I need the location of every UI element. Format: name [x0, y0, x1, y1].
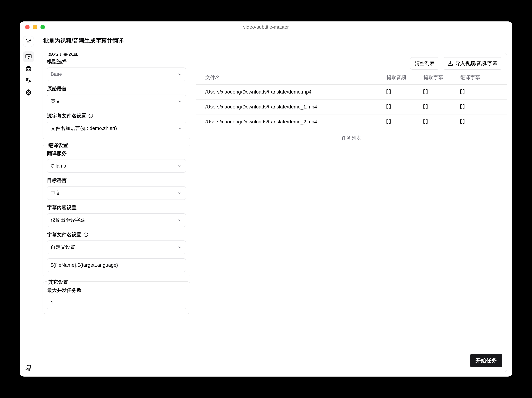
source-filename-label: 源字幕文件名设置 [47, 112, 186, 119]
select-value: 仅输出翻译字幕 [51, 217, 85, 224]
close-window-button[interactable] [25, 25, 30, 29]
pause-icon [386, 119, 392, 124]
translate-icon [25, 77, 32, 84]
nav-github-link[interactable] [23, 363, 34, 373]
cell-filename: /Users/xiaodong/Downloads/translate/demo… [205, 119, 386, 125]
pause-icon [424, 89, 429, 94]
concurrency-label: 最大并发任务数 [47, 287, 186, 294]
source-filename-select[interactable]: 文件名加语言(如: demo.zh.srt) [47, 122, 186, 135]
clear-list-button[interactable]: 清空列表 [410, 57, 439, 70]
svg-point-3 [29, 69, 30, 69]
translate-service-label: 翻译服务 [47, 150, 186, 157]
gear-icon [25, 89, 32, 96]
cell-filename: /Users/xiaodong/Downloads/translate/demo… [205, 104, 386, 110]
window-title: video-subtitle-master [243, 24, 289, 30]
panel-source-settings: 源始字幕设置 模型选择 Base 原始语言 英文 [43, 53, 190, 139]
task-list-label: 任务列表 [196, 129, 507, 147]
subtitle-filename-select[interactable]: 自定义设置 [47, 241, 186, 254]
source-lang-select[interactable]: 英文 [47, 95, 186, 108]
file-list-footer: 开始任务 [196, 349, 507, 372]
table-row: /Users/xiaodong/Downloads/translate/demo… [196, 100, 507, 114]
cell-extract-subtitle-status [424, 89, 460, 95]
table-header: 文件名 提取音频 提取字幕 翻译字幕 [196, 72, 507, 85]
main-header: 批量为视频/音频生成字幕并翻译 [37, 33, 512, 48]
file-list-actions: 清空列表 导入视频/音频/字幕 [196, 53, 507, 72]
chevron-down-icon [177, 126, 182, 131]
pause-icon [460, 104, 466, 109]
pause-icon [460, 89, 466, 94]
github-icon [25, 365, 32, 372]
svg-rect-1 [26, 68, 31, 71]
page-title: 批量为视频/音频生成字幕并翻译 [43, 37, 506, 45]
select-value: Base [51, 71, 62, 77]
cell-extract-audio-status [386, 89, 424, 95]
app-logo[interactable] [23, 36, 34, 47]
import-files-button[interactable]: 导入视频/音频/字幕 [443, 57, 502, 70]
pause-icon [460, 119, 466, 124]
col-filename: 文件名 [205, 74, 386, 81]
table-body: /Users/xiaodong/Downloads/translate/demo… [196, 85, 507, 129]
cell-translate-subtitle-status [460, 119, 497, 125]
model-select[interactable]: Base [47, 68, 186, 81]
col-extract-audio: 提取音频 [386, 74, 424, 81]
chevron-down-icon [177, 163, 182, 168]
source-lang-label: 原始语言 [47, 85, 186, 92]
info-icon[interactable] [83, 232, 89, 237]
model-label: 模型选择 [47, 58, 186, 65]
target-lang-label: 目标语言 [47, 177, 186, 184]
subtitle-filename-label: 字幕文件名设置 [47, 231, 186, 238]
traffic-lights [20, 25, 45, 29]
concurrency-input[interactable]: 1 [47, 296, 186, 309]
input-value: ${fileName}.${targetLanguage} [51, 262, 118, 268]
panel-other-settings: 其它设置 最大并发任务数 1 [43, 281, 190, 314]
nav-bot-page[interactable] [23, 63, 34, 74]
app-body: 批量为视频/音频生成字幕并翻译 源始字幕设置 模型选择 Base [20, 33, 512, 377]
app-window: video-subtitle-master [20, 21, 512, 377]
svg-point-2 [27, 69, 28, 69]
translate-service-select[interactable]: Ollama [47, 159, 186, 173]
start-task-button[interactable]: 开始任务 [470, 354, 502, 367]
import-icon [448, 61, 453, 66]
minimize-window-button[interactable] [33, 25, 37, 29]
table-row: /Users/xiaodong/Downloads/translate/demo… [196, 114, 507, 129]
subtitle-content-select[interactable]: 仅输出翻译字幕 [47, 213, 186, 227]
col-extract-subtitle: 提取字幕 [424, 74, 460, 81]
cell-extract-audio-status [386, 119, 424, 125]
file-subtitle-icon [25, 38, 32, 45]
monitor-play-icon [25, 53, 32, 60]
nav-settings-page[interactable] [23, 87, 34, 98]
info-icon[interactable] [88, 113, 93, 118]
maximize-window-button[interactable] [40, 25, 45, 29]
file-list-panel: 清空列表 导入视频/音频/字幕 文件名 提取音频 提取字幕 翻译字幕 /Use [196, 53, 507, 372]
chevron-down-icon [177, 191, 182, 195]
subtitle-content-label: 字幕内容设置 [47, 204, 186, 211]
select-value: 中文 [51, 190, 61, 196]
bot-icon [25, 65, 32, 72]
panel-legend: 其它设置 [47, 279, 70, 286]
panel-legend: 源始字幕设置 [47, 53, 80, 57]
input-value: 1 [51, 300, 53, 305]
panel-translate-settings: 翻译设置 翻译服务 Ollama 目标语言 中文 [43, 145, 190, 276]
panel-legend: 翻译设置 [47, 142, 70, 149]
target-lang-select[interactable]: 中文 [47, 186, 186, 200]
select-value: Ollama [51, 163, 66, 169]
chevron-down-icon [177, 245, 182, 250]
settings-column: 源始字幕设置 模型选择 Base 原始语言 英文 [43, 53, 190, 372]
pause-icon [424, 104, 429, 109]
nav-translate-page[interactable] [23, 75, 34, 86]
select-value: 文件名加语言(如: demo.zh.srt) [51, 125, 117, 132]
nav-subtitle-page[interactable] [23, 51, 34, 62]
pause-icon [424, 119, 429, 124]
titlebar: video-subtitle-master [20, 21, 512, 33]
cell-filename: /Users/xiaodong/Downloads/translate/demo… [205, 89, 386, 95]
select-value: 英文 [51, 98, 61, 105]
main-content: 源始字幕设置 模型选择 Base 原始语言 英文 [37, 48, 512, 377]
select-value: 自定义设置 [51, 244, 75, 250]
chevron-down-icon [177, 72, 182, 77]
sidebar [20, 33, 37, 377]
filename-template-input[interactable]: ${fileName}.${targetLanguage} [47, 258, 186, 272]
cell-extract-audio-status [386, 104, 424, 110]
main-area: 批量为视频/音频生成字幕并翻译 源始字幕设置 模型选择 Base [37, 33, 512, 377]
cell-translate-subtitle-status [460, 89, 497, 95]
cell-translate-subtitle-status [460, 104, 497, 110]
